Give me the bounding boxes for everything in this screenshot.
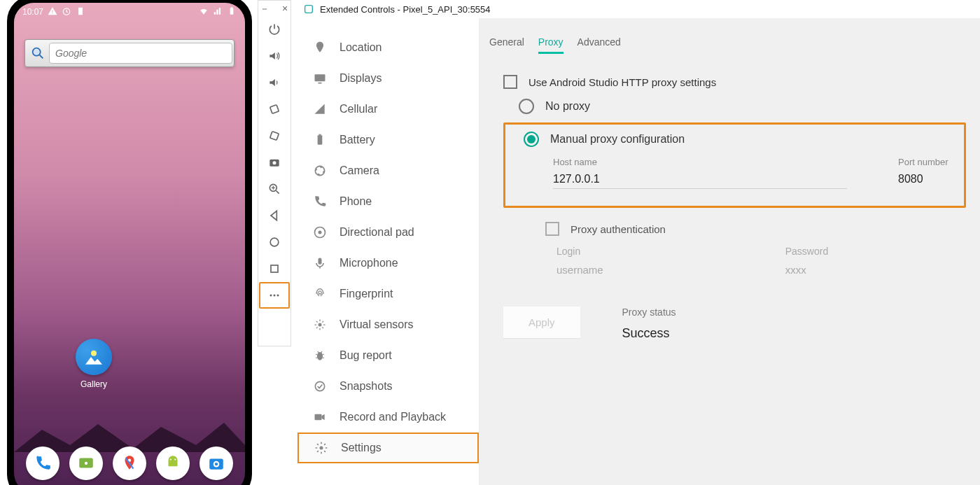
svg-rect-25 (305, 6, 313, 13)
no-proxy-row[interactable]: No proxy (519, 99, 970, 114)
login-field: Login username (556, 246, 603, 276)
android-dock (14, 440, 245, 485)
sidebar-item-fingerprint[interactable]: Fingerprint (298, 279, 479, 309)
sidebar-item-sensors[interactable]: Virtual sensors (298, 309, 479, 340)
sidebar-label: Snapshots (340, 380, 393, 393)
dock-phone[interactable] (26, 447, 59, 480)
gallery-icon (76, 339, 112, 375)
sidebar-item-camera[interactable]: Camera (298, 155, 479, 186)
rotate-right-button[interactable] (259, 122, 290, 149)
sidebar-item-battery[interactable]: Battery (298, 125, 479, 155)
hostname-field[interactable]: Host name 127.0.0.1 (553, 157, 856, 189)
phone-screen[interactable]: 10:07 Google (14, 3, 245, 485)
port-field[interactable]: Port number 8080 (898, 157, 954, 189)
use-as-http-proxy-row[interactable]: Use Android Studio HTTP proxy settings (503, 75, 970, 89)
battery-icon (227, 6, 237, 18)
password-label: Password (785, 246, 828, 257)
svg-rect-37 (315, 414, 322, 420)
apply-button[interactable]: Apply (503, 307, 580, 338)
volume-up-button[interactable] (259, 43, 290, 69)
password-field: Password xxxx (785, 246, 828, 276)
manual-proxy-highlight: Manual proxy configuration Host name 127… (503, 122, 966, 208)
sidebar-item-record[interactable]: Record and Playback (298, 402, 479, 433)
sidebar-item-microphone[interactable]: Microphone (298, 248, 479, 279)
svg-point-38 (320, 447, 323, 450)
warning-icon (48, 6, 57, 18)
svg-point-30 (315, 166, 324, 175)
dock-messages[interactable] (69, 447, 103, 480)
manual-proxy-row[interactable]: Manual proxy configuration (524, 132, 954, 147)
svg-rect-26 (315, 74, 326, 81)
screenshot-button[interactable] (259, 149, 290, 176)
sidebar-label: Displays (340, 72, 382, 85)
more-button[interactable] (259, 282, 290, 309)
sidebar-item-displays[interactable]: Displays (298, 63, 479, 94)
timer-icon (62, 6, 71, 18)
settings-panel: General Proxy Advanced Use Android Studi… (479, 18, 980, 485)
sidebar-label: Location (340, 41, 382, 54)
gallery-app[interactable]: Gallery (76, 339, 112, 389)
overview-button[interactable] (259, 255, 290, 282)
login-label: Login (556, 246, 603, 257)
sidebar-item-cellular[interactable]: Cellular (298, 94, 479, 125)
sidebar-label: Fingerprint (340, 288, 393, 300)
svg-point-10 (170, 459, 172, 461)
svg-rect-33 (318, 258, 322, 265)
statusbar-time: 10:07 (22, 7, 43, 17)
svg-point-24 (277, 295, 279, 297)
google-search-widget[interactable]: Google (24, 39, 234, 67)
port-value[interactable]: 8080 (898, 173, 954, 189)
signal-icon (213, 6, 223, 18)
dock-camera[interactable] (200, 447, 233, 480)
settings-tabs: General Proxy Advanced (479, 18, 980, 54)
sidebar-item-dpad[interactable]: Directional pad (298, 217, 479, 248)
emulator-phone: 10:07 Google (7, 0, 255, 485)
proxy-status-label: Proxy status (622, 307, 676, 318)
power-button[interactable] (259, 16, 290, 43)
tab-general[interactable]: General (489, 36, 524, 54)
dock-maps[interactable] (113, 447, 146, 480)
sidebar-label: Battery (340, 134, 375, 146)
proxy-status-value: Success (622, 326, 676, 341)
rotate-left-button[interactable] (259, 96, 290, 122)
sidebar-label: Microphone (340, 257, 398, 269)
svg-point-32 (318, 231, 322, 234)
sidebar-item-location[interactable]: Location (298, 32, 479, 63)
volume-down-button[interactable] (259, 69, 290, 96)
zoom-button[interactable] (259, 176, 290, 202)
no-proxy-label: No proxy (545, 100, 590, 113)
svg-point-11 (174, 459, 176, 461)
checkbox-icon[interactable] (545, 222, 559, 236)
search-icon (27, 42, 49, 64)
checkbox-icon[interactable] (503, 75, 517, 89)
search-placeholder[interactable]: Google (49, 43, 232, 64)
extended-controls-window: Extended Controls - Pixel_5_API_30:5554 … (298, 0, 980, 485)
radio-checked-icon[interactable] (524, 132, 539, 147)
dock-android[interactable] (156, 447, 190, 480)
sidebar-item-settings[interactable]: Settings (298, 433, 479, 463)
svg-rect-16 (270, 132, 279, 141)
home-button[interactable] (259, 229, 290, 255)
proxy-auth-row[interactable]: Proxy authentication (545, 222, 970, 236)
sidebar-label: Cellular (340, 103, 377, 115)
hostname-value[interactable]: 127.0.0.1 (553, 173, 847, 189)
toolbar-window-controls[interactable]: － × (260, 2, 289, 16)
sidebar-label: Virtual sensors (340, 318, 414, 331)
use-as-http-label: Use Android Studio HTTP proxy settings (528, 76, 716, 88)
svg-rect-28 (318, 135, 323, 144)
app-icon (303, 3, 314, 15)
proxy-status-block: Proxy status Success (622, 307, 676, 341)
svg-point-6 (91, 351, 97, 356)
radio-icon[interactable] (519, 99, 534, 114)
sidebar-item-snapshots[interactable]: Snapshots (298, 371, 479, 402)
sidebar-item-bugreport[interactable]: Bug report (298, 340, 479, 371)
sidebar-item-phone[interactable]: Phone (298, 186, 479, 217)
sidebar-label: Record and Playback (340, 411, 446, 423)
svg-rect-1 (78, 7, 83, 15)
tab-advanced[interactable]: Advanced (578, 36, 621, 54)
svg-point-8 (85, 462, 88, 465)
wifi-icon (199, 6, 209, 18)
back-button[interactable] (259, 202, 290, 229)
emulator-toolbar: － × (258, 0, 291, 346)
tab-proxy[interactable]: Proxy (538, 36, 564, 54)
